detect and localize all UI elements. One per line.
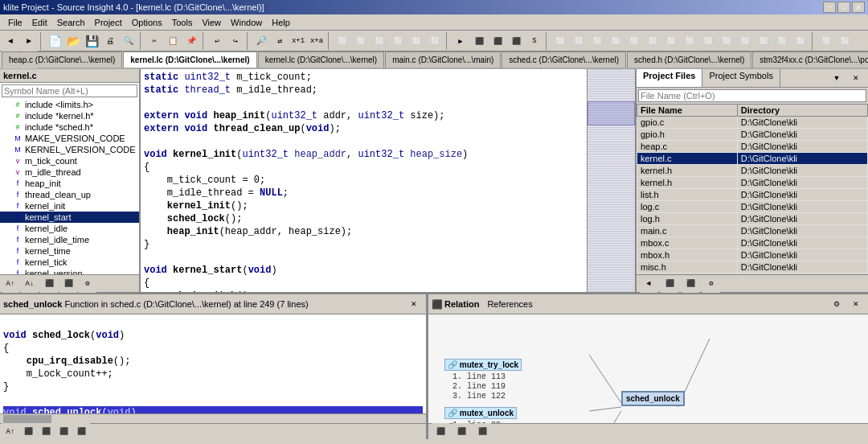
rel-toolbar-btn-2[interactable]: ⬛ <box>452 423 470 440</box>
toolbar-btn-d14[interactable]: ⬜ <box>792 32 809 50</box>
toolbar-btn-b1[interactable]: ⬜ <box>334 32 351 50</box>
toolbar-btn-d10[interactable]: ⬜ <box>718 32 735 50</box>
symbol-list-item[interactable]: vm_idle_thread <box>0 166 139 178</box>
menu-options[interactable]: Options <box>127 16 167 29</box>
maximize-button[interactable]: □ <box>837 2 850 13</box>
tab-project-symbols[interactable]: Project Symbols <box>702 69 780 87</box>
minimize-button[interactable]: ─ <box>823 2 836 13</box>
symbol-list-item[interactable]: fkernel_idle <box>0 223 139 234</box>
tab-kernel-lc[interactable]: kernel.lc (D:\GitClone\...\kernel) <box>123 51 256 68</box>
symbol-list-item[interactable]: MMAKE_VERSION_CODE <box>0 133 139 144</box>
table-row[interactable]: mbox.hD:\GitClone\kli <box>637 249 868 261</box>
toolbar-btn-b3[interactable]: ⬜ <box>371 32 388 50</box>
toolbar-btn-d2[interactable]: ⬜ <box>570 32 588 50</box>
rp-close-btn[interactable]: ✕ <box>847 69 865 87</box>
tab-kernel-lc2[interactable]: kernel.lc (D:\GitClone\...\kernel) <box>258 51 385 68</box>
sym-toolbar-btn-4[interactable]: ⬛ <box>59 275 77 293</box>
menu-project[interactable]: Project <box>90 16 127 29</box>
table-row[interactable]: misc.hD:\GitClone\kli <box>637 261 868 273</box>
file-list-container[interactable]: File Name Directory gpio.cD:\GitClone\kl… <box>637 104 868 274</box>
toolbar-btn-open[interactable]: 📂 <box>64 32 82 50</box>
symbol-list-item[interactable]: fkernel_start <box>0 212 139 223</box>
menu-window[interactable]: Window <box>226 16 267 29</box>
bl-toolbar-btn-2[interactable]: ⬛ <box>19 423 37 440</box>
toolbar-btn-d4[interactable]: ⬜ <box>607 32 624 50</box>
toolbar-btn-copy[interactable]: 📋 <box>164 32 182 50</box>
rp-options-btn[interactable]: ▼ <box>828 69 845 87</box>
relation-main-node[interactable]: sched_unlock <box>621 391 685 406</box>
symbol-list-item[interactable]: MKERNEL_VERSION_CODE <box>0 144 139 155</box>
table-row[interactable]: gpio.hD:\GitClone\kli <box>637 129 868 141</box>
sym-toolbar-btn-1[interactable]: A↑ <box>2 275 19 293</box>
table-row[interactable]: log.hD:\GitClone\kli <box>637 213 868 225</box>
toolbar-btn-c4[interactable]: ⬛ <box>507 32 525 50</box>
symbol-list-item[interactable]: #include <limits.h> <box>0 99 139 110</box>
references-tab-label[interactable]: References <box>487 299 532 310</box>
relation-close-btn[interactable]: ✕ <box>847 295 865 313</box>
toolbar-btn-d3[interactable]: ⬜ <box>588 32 606 50</box>
toolbar-btn-c2[interactable]: ⬛ <box>470 32 488 50</box>
symbol-list-item[interactable]: fkernel_init <box>0 200 139 212</box>
tab-sched-h[interactable]: sched.h (D:\GitClone\...\kernel) <box>627 51 751 68</box>
toolbar-btn-2[interactable]: ► <box>20 32 38 50</box>
toolbar-btn-save[interactable]: 💾 <box>83 32 100 50</box>
rp-toolbar-btn-settings[interactable]: ⚙ <box>702 275 720 293</box>
symbol-list-item[interactable]: fthread_clean_up <box>0 189 139 200</box>
table-row[interactable]: main.cD:\GitClone\kli <box>637 225 868 237</box>
toolbar-replace[interactable]: ⇄ <box>271 32 289 50</box>
toolbar-btn-new[interactable]: 📄 <box>46 32 63 50</box>
code-editor[interactable]: static uint32_t m_tick_count; static thr… <box>141 69 587 292</box>
table-row[interactable]: log.cD:\GitClone\kli <box>637 201 868 213</box>
toolbar-search[interactable]: 🔎 <box>252 32 270 50</box>
relation-caller-mutex-unlock[interactable]: 🔗 mutex_unlock <box>444 407 517 419</box>
rp-toolbar-btn-2[interactable]: ⬛ <box>661 275 678 293</box>
rp-toolbar-btn-3[interactable]: ⬛ <box>682 275 699 293</box>
symbol-list-item[interactable]: #include *sched.h* <box>0 121 139 133</box>
table-row[interactable]: mbox.cD:\GitClone\kli <box>637 237 868 249</box>
toolbar-btn-d8[interactable]: ⬜ <box>681 32 698 50</box>
table-row[interactable]: kernel.hD:\GitClone\kli <box>637 177 868 189</box>
toolbar-btn-c1[interactable]: ▶ <box>452 32 469 50</box>
toolbar-btn-b2[interactable]: ⬜ <box>352 32 370 50</box>
sym-toolbar-btn-2[interactable]: A↓ <box>21 275 39 293</box>
toolbar-btn-c3[interactable]: ⬛ <box>489 32 506 50</box>
sym-toolbar-btn-5[interactable]: ⚙ <box>79 275 96 293</box>
toolbar-btn-d6[interactable]: ⬜ <box>644 32 661 50</box>
col-filename[interactable]: File Name <box>637 105 738 117</box>
bottom-left-scrollbar[interactable] <box>0 413 426 423</box>
toolbar-btn-undo[interactable]: ↩ <box>208 32 226 50</box>
bl-toolbar-btn-1[interactable]: A↑ <box>2 423 19 440</box>
symbol-list-item[interactable]: fheap_init <box>0 178 139 189</box>
sym-toolbar-btn-3[interactable]: ⬛ <box>40 275 58 293</box>
table-row[interactable]: kernel.hD:\GitClone\kli <box>637 165 868 177</box>
menu-search[interactable]: Search <box>52 16 90 29</box>
toolbar-btn-b4[interactable]: ⬜ <box>389 32 407 50</box>
toolbar-btn-d11[interactable]: ⬜ <box>736 32 754 50</box>
col-directory[interactable]: Directory <box>737 105 867 117</box>
close-button[interactable]: ✕ <box>852 2 865 13</box>
toolbar-btn-1[interactable]: ◄ <box>2 32 19 50</box>
table-row[interactable]: heap.cD:\GitClone\kli <box>637 141 868 153</box>
file-search-input[interactable] <box>638 89 866 102</box>
symbol-list-item[interactable]: fkernel_tick <box>0 257 139 268</box>
bottom-left-close-btn[interactable]: ✕ <box>405 295 423 313</box>
table-row[interactable]: gpio.cD:\GitClone\kli <box>637 117 868 129</box>
menu-view[interactable]: View <box>197 16 226 29</box>
symbol-list-item[interactable]: #include *kernel.h* <box>0 110 139 121</box>
toolbar-btn-paste[interactable]: 📌 <box>182 32 200 50</box>
symbol-list-item[interactable]: fkernel_time <box>0 245 139 257</box>
toolbar-btn-b6[interactable]: ⬜ <box>426 32 444 50</box>
bl-toolbar-btn-4[interactable]: ⬛ <box>55 423 72 440</box>
toolbar-btn-5[interactable]: 🔍 <box>120 32 137 50</box>
tab-project-files[interactable]: Project Files <box>637 69 702 87</box>
toolbar-btn-d1[interactable]: ⬜ <box>551 32 569 50</box>
symbol-search-input[interactable] <box>2 84 137 97</box>
symbol-list-item[interactable]: fkernel_idle_time <box>0 234 139 245</box>
tab-heap[interactable]: heap.c (D:\GitClone\...\kernel) <box>2 51 122 68</box>
toolbar-btn-d9[interactable]: ⬜ <box>699 32 717 50</box>
relation-tab-label[interactable]: Relation <box>444 299 479 310</box>
tab-sched-c[interactable]: sched.c (D:\GitClone\...\kernel) <box>502 51 626 68</box>
toolbar-btn-b5[interactable]: ⬜ <box>407 32 425 50</box>
bl-toolbar-btn-5[interactable]: ⬛ <box>72 423 90 440</box>
rel-toolbar-btn-3[interactable]: ⬛ <box>473 423 491 440</box>
